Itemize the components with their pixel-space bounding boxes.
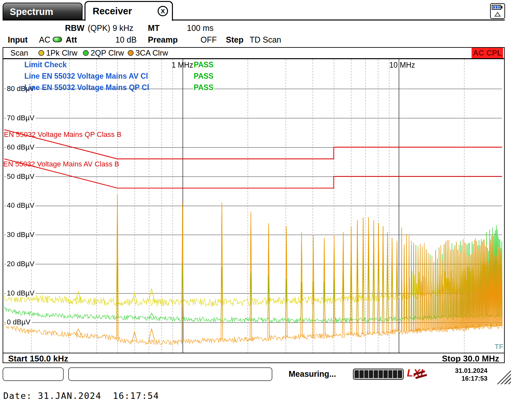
limit-check-result-qp: PASS — [193, 83, 214, 92]
trace3-legend[interactable]: 3CA Clrw — [136, 48, 168, 58]
measuring-status: Measuring... — [289, 369, 336, 379]
hardcopy-date-line: Date: 31.JAN.2024 16:17:54 — [3, 391, 159, 401]
y-axis-label: 40 dBµV — [6, 201, 35, 210]
input-value[interactable]: AC — [39, 35, 50, 45]
input-label[interactable]: Input — [8, 35, 28, 45]
y-axis-label: 30 dBµV — [6, 230, 35, 239]
tab-spectrum[interactable]: Spectrum — [3, 3, 83, 20]
step-label[interactable]: Step — [226, 35, 243, 45]
clock-block: 31.01.2024 16:17:53 — [445, 367, 488, 382]
att-value[interactable]: 10 dB — [115, 35, 136, 45]
tabbar-divider — [3, 20, 505, 20]
scan-bar: Scan 1Pk Clrw 2QP Clrw 3CA Clrw AC CPL — [3, 47, 505, 59]
trace3-color-dot — [128, 50, 134, 56]
trace1-legend[interactable]: 1Pk Clrw — [46, 48, 77, 58]
rbw-value[interactable]: (QPK) 9 kHz — [88, 23, 133, 33]
close-tab-icon[interactable]: X — [158, 6, 168, 16]
y-axis-label: 20 dBµV — [6, 260, 35, 268]
limit-check-row-av: Line EN 55032 Voltage Mains AV Cl — [24, 72, 148, 81]
att-label[interactable]: Att — [66, 35, 77, 45]
x-marker-10mhz: 10 MHz — [389, 61, 415, 70]
spectrum-plot: 80 dBµV 70 dBµV 60 dBµV 50 dBµV 40 dBµV … — [3, 59, 505, 363]
transducer-tag: TF — [495, 343, 503, 351]
input-status-led — [53, 37, 62, 42]
step-value[interactable]: TD Scan — [250, 35, 281, 45]
limit-label-qp: EN 55032 Voltage Mains QP Class B — [4, 130, 122, 139]
spectrum-canvas[interactable] — [3, 59, 504, 353]
trace2-color-dot — [83, 50, 89, 56]
limit-label-av: EN 55032 Voltage Mains AV Class B — [3, 160, 119, 168]
scan-label: Scan — [10, 48, 28, 58]
status-field-left[interactable] — [3, 367, 64, 381]
rbw-label[interactable]: RBW — [65, 23, 84, 33]
start-frequency-label: Start 150.0 kHz — [8, 354, 68, 364]
y-axis-label: 10 dBµV — [6, 289, 35, 297]
lxi-status-icon: LXI — [407, 367, 430, 380]
y-axis-label: 0 dBµV — [6, 318, 32, 326]
mt-value[interactable]: 100 ms — [187, 23, 214, 33]
frequency-axis-divider — [3, 353, 504, 353]
y-axis-label: 70 dBµV — [6, 114, 35, 122]
y-axis-label: 50 dBµV — [6, 172, 35, 181]
x-marker-1mhz: 1 MHz — [172, 61, 193, 70]
tab-spectrum-label: Spectrum — [10, 7, 53, 17]
status-date: 31.01.2024 — [445, 367, 488, 374]
limit-check-title: Limit Check — [24, 60, 67, 69]
resize-grip[interactable] — [495, 369, 511, 384]
tab-receiver[interactable]: Receiver X — [84, 1, 173, 21]
ac-coupling-badge: AC CPL — [472, 48, 503, 58]
measure-progress-bar — [353, 369, 404, 380]
display-settings-icon[interactable] — [490, 3, 505, 19]
battery-triangle-icon — [491, 4, 504, 18]
preamp-value[interactable]: OFF — [201, 35, 217, 45]
y-axis-label: 60 dBµV — [6, 143, 35, 151]
status-field-center[interactable] — [68, 367, 272, 381]
status-time: 16:17:53 — [445, 374, 488, 382]
mt-label[interactable]: MT — [148, 23, 160, 33]
instrument-screen: Spectrum Receiver X RBW (QPK) 9 kHz MT 1… — [0, 0, 520, 420]
limit-check-row-qp: Line EN 55032 Voltage Mains QP Cl — [24, 83, 149, 92]
trace1-color-dot — [38, 50, 44, 56]
preamp-label[interactable]: Preamp — [148, 35, 178, 45]
limit-check-result-av: PASS — [193, 72, 214, 81]
limit-check-overall-result: PASS — [193, 60, 214, 69]
trace2-legend[interactable]: 2QP Clrw — [91, 48, 124, 58]
tab-receiver-label: Receiver — [93, 6, 132, 16]
stop-frequency-label: Stop 30.0 MHz — [442, 354, 499, 364]
